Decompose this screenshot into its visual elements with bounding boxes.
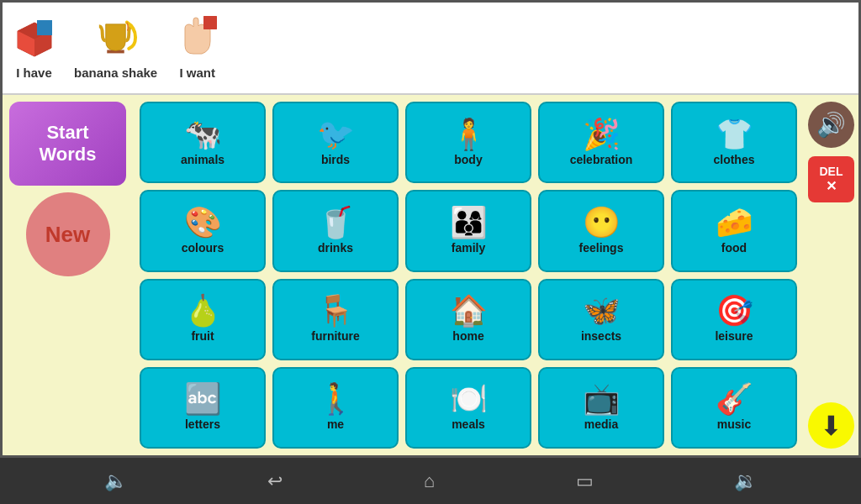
category-label-animals: animals xyxy=(181,153,224,166)
category-grid: 🐄animals🐦birds🧍body🎉celebration👕clothes🎨… xyxy=(133,95,804,455)
category-icon-me: 🚶 xyxy=(317,384,355,414)
category-label-meals: meals xyxy=(452,417,485,431)
sound-icon: 🔊 xyxy=(816,111,846,139)
del-label: DEL xyxy=(820,165,843,178)
category-icon-animals: 🐄 xyxy=(184,119,222,150)
category-label-colours: colours xyxy=(182,241,224,255)
category-icon-family: 👨‍👩‍👦 xyxy=(450,207,488,238)
category-btn-food[interactable]: 🧀food xyxy=(671,190,797,271)
category-label-leisure: leisure xyxy=(715,329,753,343)
category-label-clothes: clothes xyxy=(713,153,754,166)
start-words-button[interactable]: Start Words xyxy=(9,102,126,186)
delete-button[interactable]: DEL ✕ xyxy=(808,156,854,202)
category-btn-me[interactable]: 🚶me xyxy=(272,367,399,449)
category-icon-drinks: 🥤 xyxy=(317,207,355,238)
category-btn-insects[interactable]: 🦋insects xyxy=(538,279,664,360)
category-btn-feelings[interactable]: 😶feelings xyxy=(538,190,664,271)
category-label-food: food xyxy=(721,241,747,255)
sentence-item-0[interactable]: I have xyxy=(11,16,57,80)
sidebar: Start Words New xyxy=(3,95,133,455)
category-icon-feelings: 😶 xyxy=(583,207,621,238)
category-btn-leisure[interactable]: 🎯leisure xyxy=(671,279,797,360)
sentence-item-1[interactable]: banana shake xyxy=(74,16,157,80)
category-icon-music: 🎸 xyxy=(716,384,753,414)
sentence-item-2[interactable]: I want xyxy=(174,16,220,80)
category-label-birds: birds xyxy=(321,153,350,166)
category-label-me: me xyxy=(327,417,344,431)
category-label-feelings: feelings xyxy=(579,241,624,255)
new-button[interactable]: New xyxy=(26,192,110,276)
category-label-furniture: furniture xyxy=(311,329,360,343)
category-btn-birds[interactable]: 🐦birds xyxy=(272,102,399,183)
category-btn-home[interactable]: 🏠home xyxy=(405,279,531,360)
category-label-drinks: drinks xyxy=(318,241,353,255)
svg-marker-5 xyxy=(37,20,52,35)
sentence-icon-0 xyxy=(11,16,57,62)
category-btn-clothes[interactable]: 👕clothes xyxy=(671,102,797,183)
category-label-insects: insects xyxy=(581,329,621,343)
category-label-music: music xyxy=(717,417,751,431)
category-icon-leisure: 🎯 xyxy=(716,296,753,326)
category-icon-body: 🧍 xyxy=(450,119,488,150)
category-icon-fruit: 🍐 xyxy=(184,296,222,326)
app: I have banana shake xyxy=(0,0,861,504)
category-icon-insects: 🦋 xyxy=(583,296,621,326)
sentence-label-0: I have xyxy=(16,66,52,80)
sentence-label-2: I want xyxy=(179,66,215,80)
category-icon-clothes: 👕 xyxy=(716,119,753,150)
nav-volume-high-icon[interactable]: 🔉 xyxy=(734,470,757,492)
sentence-icon-2 xyxy=(174,16,220,62)
nav-bar: 🔈 ↩ ⌂ ▭ 🔉 xyxy=(0,458,861,504)
category-btn-media[interactable]: 📺media xyxy=(538,367,664,449)
category-btn-colours[interactable]: 🎨colours xyxy=(140,190,266,271)
nav-home-icon[interactable]: ⌂ xyxy=(424,470,435,492)
category-btn-body[interactable]: 🧍body xyxy=(405,102,531,183)
del-icon: ✕ xyxy=(826,178,837,194)
sound-button[interactable]: 🔊 xyxy=(808,102,854,148)
category-icon-media: 📺 xyxy=(583,384,621,414)
category-label-celebration: celebration xyxy=(570,153,633,166)
category-label-media: media xyxy=(584,417,618,431)
category-btn-family[interactable]: 👨‍👩‍👦family xyxy=(405,190,531,271)
category-icon-celebration: 🎉 xyxy=(583,119,621,150)
category-icon-colours: 🎨 xyxy=(184,207,222,238)
right-controls: 🔊 DEL ✕ ⬇ xyxy=(804,95,858,455)
category-btn-furniture[interactable]: 🪑furniture xyxy=(272,279,399,360)
category-icon-letters: 🔤 xyxy=(184,384,222,414)
category-icon-furniture: 🪑 xyxy=(317,296,355,326)
category-btn-letters[interactable]: 🔤letters xyxy=(140,367,266,449)
category-label-letters: letters xyxy=(185,417,220,431)
sentence-label-1: banana shake xyxy=(74,66,157,80)
category-btn-music[interactable]: 🎸music xyxy=(671,367,797,449)
nav-recents-icon[interactable]: ▭ xyxy=(576,470,594,492)
sentence-bar: I have banana shake xyxy=(3,3,858,95)
category-btn-drinks[interactable]: 🥤drinks xyxy=(272,190,399,271)
category-btn-meals[interactable]: 🍽️meals xyxy=(405,367,531,449)
category-label-fruit: fruit xyxy=(191,329,214,343)
category-icon-food: 🧀 xyxy=(716,207,753,238)
svg-marker-9 xyxy=(203,16,217,29)
scroll-down-button[interactable]: ⬇ xyxy=(808,402,854,449)
nav-volume-low-icon[interactable]: 🔈 xyxy=(104,470,127,492)
main-area: I have banana shake xyxy=(0,0,861,458)
down-arrow-icon: ⬇ xyxy=(820,410,843,442)
category-label-body: body xyxy=(454,153,482,166)
category-label-home: home xyxy=(452,329,483,343)
category-icon-birds: 🐦 xyxy=(317,119,355,150)
content-area: Start Words New 🐄animals🐦birds🧍body🎉cele… xyxy=(3,95,858,455)
category-btn-fruit[interactable]: 🍐fruit xyxy=(140,279,266,360)
category-icon-meals: 🍽️ xyxy=(450,384,488,414)
category-icon-home: 🏠 xyxy=(450,296,488,326)
category-btn-animals[interactable]: 🐄animals xyxy=(140,102,266,183)
category-label-family: family xyxy=(452,241,485,255)
sentence-icon-1 xyxy=(92,16,139,62)
category-btn-celebration[interactable]: 🎉celebration xyxy=(538,102,664,183)
nav-back-icon[interactable]: ↩ xyxy=(267,470,283,492)
